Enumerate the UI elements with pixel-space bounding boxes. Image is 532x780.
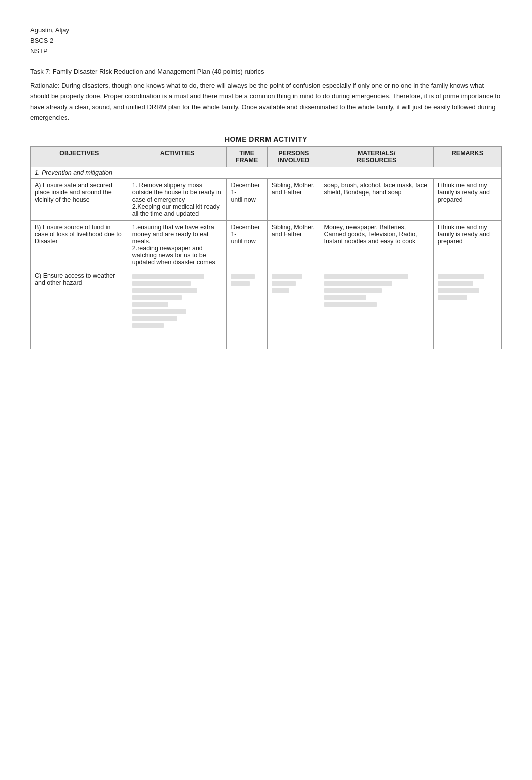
row-a-activities: 1. Remove slippery moss outside the hous… — [128, 178, 227, 220]
task-rationale: Rationale: During disasters, though one … — [30, 80, 502, 123]
col-objectives: OBJECTIVES — [31, 146, 128, 167]
row-c-materials — [320, 269, 433, 349]
row-a-materials: soap, brush, alcohol, face mask, face sh… — [320, 178, 433, 220]
section-1-label: 1. Prevention and mitigation — [31, 167, 502, 178]
col-activities: ACTIVITIES — [128, 146, 227, 167]
row-c-persons — [267, 269, 320, 349]
row-c-activities — [128, 269, 227, 349]
student-subject: NSTP — [30, 46, 502, 57]
section-1-header: 1. Prevention and mitigation — [31, 167, 502, 178]
header-info: Agustin, Aljay BSCS 2 NSTP — [30, 25, 502, 56]
student-course: BSCS 2 — [30, 36, 502, 46]
drrm-table: OBJECTIVES ACTIVITIES TIME FRAME PERSONS… — [30, 146, 502, 349]
row-b-activities: 1.ensuring that we have extra money and … — [128, 220, 227, 269]
row-c-remarks — [433, 269, 501, 349]
row-b-remarks: I think me and my family is ready and pr… — [433, 220, 501, 269]
col-materials: MATERIALS/RESOURCES — [320, 146, 433, 167]
row-c-objective: C) Ensure access to weather and other ha… — [31, 269, 128, 349]
row-b-materials: Money, newspaper, Batteries, Canned good… — [320, 220, 433, 269]
col-timeframe: TIME FRAME — [227, 146, 267, 167]
row-a-remarks: I think me and my family is ready and pr… — [433, 178, 501, 220]
table-row: C) Ensure access to weather and other ha… — [31, 269, 502, 349]
row-a-timeframe: December 1-until now — [227, 178, 267, 220]
row-a-objective: A) Ensure safe and secured place inside … — [31, 178, 128, 220]
row-b-objective: B) Ensure source of fund in case of loss… — [31, 220, 128, 269]
table-row: B) Ensure source of fund in case of loss… — [31, 220, 502, 269]
row-c-timeframe — [227, 269, 267, 349]
table-header-row: OBJECTIVES ACTIVITIES TIME FRAME PERSONS… — [31, 146, 502, 167]
col-remarks: REMARKS — [433, 146, 501, 167]
rationale-block: Task 7: Family Disaster Risk Reduction a… — [30, 66, 502, 123]
row-b-persons: Sibling, Mother, and Father — [267, 220, 320, 269]
row-a-persons: Sibling, Mother, and Father — [267, 178, 320, 220]
task-title: Task 7: Family Disaster Risk Reduction a… — [30, 66, 502, 77]
table-row: A) Ensure safe and secured place inside … — [31, 178, 502, 220]
col-persons: PERSONSINVOLVED — [267, 146, 320, 167]
row-b-timeframe: December 1-until now — [227, 220, 267, 269]
table-title: HOME DRRM ACTIVITY — [30, 135, 502, 143]
student-name: Agustin, Aljay — [30, 25, 502, 36]
